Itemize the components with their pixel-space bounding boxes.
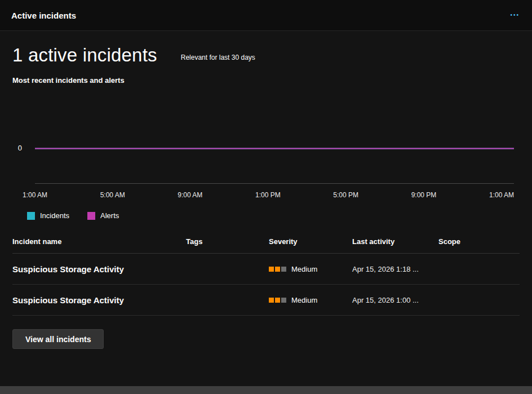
x-tick-label: 1:00 PM	[255, 191, 281, 199]
table-row[interactable]: Suspicious Storage Activity Medium Apr 1…	[12, 254, 520, 285]
active-count-heading: 1 active incidents	[12, 45, 157, 66]
table-header-row: Incident name Tags Severity Last activit…	[12, 230, 520, 254]
x-axis-labels: 1:00 AM5:00 AM9:00 AM1:00 PM5:00 PM9:00 …	[23, 191, 514, 199]
more-options-button[interactable]: •••	[509, 9, 521, 21]
view-all-incidents-button[interactable]: View all incidents	[12, 329, 104, 349]
x-tick-label: 1:00 AM	[489, 191, 514, 199]
table-row[interactable]: Suspicious Storage Activity Medium Apr 1…	[12, 285, 520, 316]
card-title: Active incidents	[11, 11, 76, 20]
column-header-scope: Scope	[438, 237, 520, 246]
legend-swatch-icon	[87, 212, 95, 220]
section-title: Most recent incidents and alerts	[12, 76, 520, 85]
legend-item-incidents[interactable]: Incidents	[27, 211, 69, 220]
x-tick-label: 5:00 PM	[333, 191, 358, 199]
incident-name[interactable]: Suspicious Storage Activity	[12, 295, 186, 305]
chart-series-lines	[35, 99, 514, 183]
relevance-note: Relevant for last 30 days	[181, 54, 255, 61]
legend-item-alerts[interactable]: Alerts	[87, 211, 119, 220]
incidents-alerts-chart: 0 1:00 AM5:00 AM9:00 AM1:00 PM5:00 PM9:0…	[12, 99, 520, 220]
severity-cell: Medium	[269, 265, 352, 273]
x-tick-label: 1:00 AM	[23, 191, 47, 199]
legend-label: Incidents	[40, 211, 69, 220]
chart-plot-wrap: 0	[12, 99, 520, 184]
column-header-incident-name: Incident name	[12, 237, 186, 246]
severity-indicator-icon	[269, 298, 286, 303]
incidents-table: Incident name Tags Severity Last activit…	[12, 230, 520, 316]
last-activity-cell: Apr 15, 2026 1:00 ...	[352, 296, 438, 304]
severity-cell: Medium	[269, 296, 352, 304]
x-tick-label: 9:00 AM	[178, 191, 202, 199]
ellipsis-icon: •••	[510, 12, 520, 18]
chart-plot-area	[35, 99, 514, 184]
legend-swatch-icon	[27, 212, 35, 220]
card-body: 1 active incidents Relevant for last 30 …	[0, 31, 532, 386]
severity-label: Medium	[291, 265, 317, 273]
severity-label: Medium	[291, 296, 317, 304]
incident-name[interactable]: Suspicious Storage Activity	[12, 264, 186, 274]
last-activity-cell: Apr 15, 2026 1:18 ...	[352, 265, 438, 273]
y-axis-tick-label: 0	[12, 144, 35, 184]
column-header-last-activity: Last activity	[352, 237, 438, 246]
severity-indicator-icon	[269, 267, 286, 272]
legend-label: Alerts	[100, 211, 119, 220]
chart-legend: IncidentsAlerts	[27, 211, 520, 220]
card-header: Active incidents •••	[0, 0, 532, 31]
column-header-severity: Severity	[269, 237, 352, 246]
column-header-tags: Tags	[186, 237, 269, 246]
x-tick-label: 5:00 AM	[100, 191, 125, 199]
summary-row: 1 active incidents Relevant for last 30 …	[12, 45, 520, 66]
active-incidents-card: Active incidents ••• 1 active incidents …	[0, 0, 532, 386]
x-tick-label: 9:00 PM	[411, 191, 437, 199]
